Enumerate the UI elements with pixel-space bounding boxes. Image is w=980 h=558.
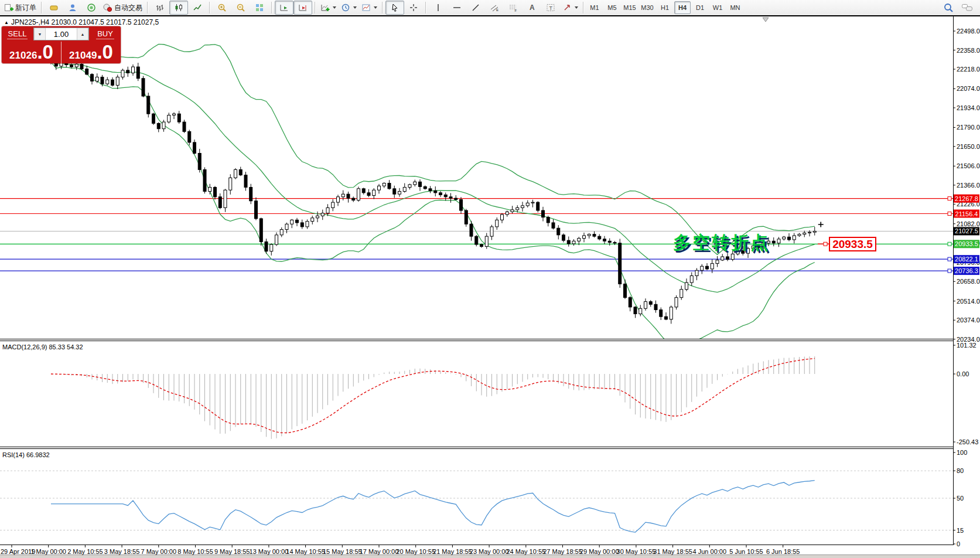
indicators-button[interactable] <box>318 1 339 15</box>
timeframe-D1[interactable]: D1 <box>692 1 708 14</box>
auto-trading-icon <box>103 3 112 12</box>
dropdown-caret <box>575 6 578 9</box>
quotes-button[interactable] <box>45 1 63 15</box>
horizontal-lines-layer <box>0 199 953 271</box>
dropdown-caret <box>353 6 357 9</box>
search-icon <box>943 2 954 13</box>
text-a-icon: A <box>527 3 537 12</box>
chart-canvas[interactable]: 22498.022358.022218.022074.021934.021790… <box>0 15 980 558</box>
price-callout-label[interactable]: 20933.5 <box>829 237 876 251</box>
line-handle <box>948 257 951 261</box>
auto-trading-button[interactable]: 自动交易 <box>101 1 145 15</box>
chart-shift-icon <box>298 3 308 12</box>
text-label-icon: T <box>546 3 555 12</box>
svg-text:15: 15 <box>957 527 964 534</box>
svg-text:20822.1: 20822.1 <box>955 256 978 263</box>
auto-scroll-icon <box>279 3 289 12</box>
svg-text:20658.0: 20658.0 <box>957 278 980 285</box>
new-order-icon <box>4 3 13 12</box>
text-label-tool[interactable]: T <box>541 1 560 15</box>
svg-text:5 Jun 10:55: 5 Jun 10:55 <box>729 548 763 555</box>
line-chart-icon <box>193 3 202 12</box>
candlestick-mode-button[interactable] <box>169 1 188 15</box>
timeframe-H4[interactable]: H4 <box>674 1 691 14</box>
zoom-out-icon <box>236 3 245 12</box>
rsi-layer <box>0 471 953 532</box>
trendline-tool[interactable] <box>466 1 485 15</box>
auto-scroll-button[interactable] <box>275 1 293 15</box>
svg-text:6 Jun 18:55: 6 Jun 18:55 <box>766 548 800 555</box>
timeframe-M30[interactable]: M30 <box>639 1 655 14</box>
line-chart-mode-button[interactable] <box>188 1 207 15</box>
horizontal-line-tool[interactable] <box>448 1 466 15</box>
svg-text:8 May 10:55: 8 May 10:55 <box>177 548 213 555</box>
sell-button[interactable]: SELL <box>2 26 33 42</box>
timeframe-W1[interactable]: W1 <box>709 1 726 14</box>
separator <box>315 2 316 13</box>
arrows-tool[interactable] <box>560 1 581 15</box>
timeframe-M5[interactable]: M5 <box>604 1 620 14</box>
svg-text:20933.5: 20933.5 <box>955 240 978 247</box>
svg-text:21027.5: 21027.5 <box>955 227 978 234</box>
svg-text:27 May 18:55: 27 May 18:55 <box>543 548 582 555</box>
svg-text:50: 50 <box>957 495 964 502</box>
svg-text:22498.0: 22498.0 <box>957 28 980 35</box>
buy-button[interactable]: BUY <box>90 26 121 42</box>
svg-text:0: 0 <box>957 540 960 547</box>
navigator-button[interactable] <box>82 1 101 15</box>
clock-icon <box>341 3 350 12</box>
crosshair-tool-button[interactable] <box>404 1 423 15</box>
object-handle <box>824 242 827 246</box>
zoom-in-button[interactable] <box>213 1 231 15</box>
search-button[interactable] <box>939 1 958 15</box>
buy-price[interactable]: 21049.0 <box>62 42 121 63</box>
volume-decrease-button[interactable]: ▼ <box>34 28 46 40</box>
timeframe-M15[interactable]: M15 <box>622 1 638 14</box>
separator <box>147 2 148 13</box>
bar-chart-icon <box>155 3 165 12</box>
line-handle <box>948 269 951 273</box>
volume-input[interactable]: 1.00 <box>46 28 77 40</box>
svg-text:21082.0: 21082.0 <box>957 220 980 227</box>
vertical-line-tool[interactable] <box>429 1 448 15</box>
trendline-icon <box>471 3 480 12</box>
auto-trading-label: 自动交易 <box>114 3 142 13</box>
mt4-window: 新订单 自动交易 E F A T <box>0 0 980 558</box>
crosshair-icon <box>409 3 418 12</box>
cursor-tool-button[interactable] <box>385 1 404 15</box>
rsi-indicator-label: RSI(14) 66.9832 <box>2 451 50 458</box>
svg-text:21934.0: 21934.0 <box>957 104 980 111</box>
market-watch-button[interactable] <box>63 1 82 15</box>
volume-increase-button[interactable]: ▲ <box>77 28 88 40</box>
svg-text:14 May 10:55: 14 May 10:55 <box>286 548 325 555</box>
timeframe-H1[interactable]: H1 <box>657 1 673 14</box>
svg-text:21790.0: 21790.0 <box>957 124 980 131</box>
chat-button[interactable] <box>958 1 976 15</box>
separator <box>425 2 426 13</box>
channel-tool[interactable]: E <box>485 1 504 15</box>
svg-text:-250.43: -250.43 <box>957 438 978 445</box>
templates-button[interactable] <box>359 1 380 15</box>
svg-text:17 May 00:00: 17 May 00:00 <box>360 548 399 555</box>
bar-chart-mode-button[interactable] <box>151 1 169 15</box>
svg-text:21506.0: 21506.0 <box>957 162 980 169</box>
zoom-out-button[interactable] <box>231 1 250 15</box>
sell-price[interactable]: 21026.0 <box>2 42 61 63</box>
svg-text:13 May 00:00: 13 May 00:00 <box>250 548 289 555</box>
svg-text:0.00: 0.00 <box>957 370 969 377</box>
indicators-icon <box>320 3 330 12</box>
chart-annotation-text[interactable]: 多空转折点 <box>673 231 770 255</box>
svg-text:A: A <box>530 4 535 12</box>
chart-shift-button[interactable] <box>293 1 312 15</box>
tile-windows-button[interactable] <box>250 1 269 15</box>
new-order-button[interactable]: 新订单 <box>2 1 39 15</box>
timeframe-M1[interactable]: M1 <box>586 1 603 14</box>
macd-layer <box>51 356 815 439</box>
fibonacci-tool[interactable]: F <box>504 1 523 15</box>
timeframe-MN[interactable]: MN <box>727 1 743 14</box>
volume-spinner: ▼ 1.00 ▲ <box>33 28 89 40</box>
text-tool[interactable]: A <box>523 1 541 15</box>
navigator-icon <box>87 3 96 12</box>
periods-button[interactable] <box>339 1 359 15</box>
bollinger-bands-layer <box>51 44 815 346</box>
